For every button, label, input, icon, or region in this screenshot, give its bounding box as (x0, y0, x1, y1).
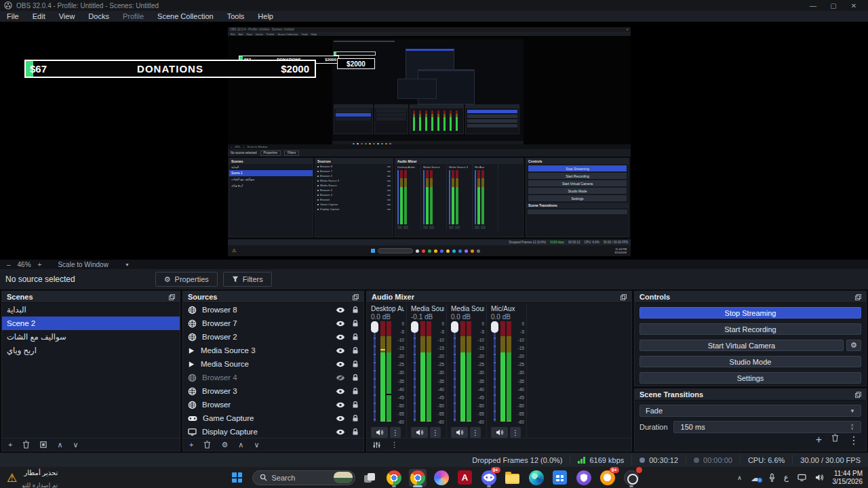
speaker-icon[interactable] (815, 474, 824, 481)
notification-toast[interactable]: ⚠ تحذير أمطار تم إصداره للتو (7, 467, 58, 488)
popout-icon[interactable] (169, 294, 175, 300)
virtual-camera-settings-button[interactable]: ⚙ (846, 340, 861, 351)
visibility-icon[interactable] (336, 388, 345, 394)
remove-transition-button[interactable] (831, 434, 839, 442)
microphone-icon[interactable] (769, 473, 775, 482)
start-virtual-camera-button[interactable]: Start Virtual Camera (639, 340, 844, 351)
duration-input[interactable]: 150 ms ∧∨ (673, 421, 861, 433)
stop-streaming-button[interactable]: Stop Streaming (639, 307, 861, 319)
lock-icon[interactable] (352, 306, 359, 314)
zoom-out-button[interactable]: – (7, 261, 11, 268)
lock-icon[interactable] (352, 373, 359, 382)
popout-icon[interactable] (353, 294, 359, 300)
filters-button[interactable]: Filters (223, 272, 272, 287)
advanced-audio-icon[interactable] (373, 441, 380, 449)
taskbar-app-chat[interactable]: 9+ (599, 469, 616, 487)
visibility-icon[interactable] (336, 321, 345, 327)
volume-slider[interactable] (491, 321, 498, 422)
settings-button[interactable]: Settings (639, 372, 861, 384)
lock-icon[interactable] (352, 401, 359, 409)
taskbar-app-file-explorer[interactable] (504, 469, 521, 487)
source-item[interactable]: Media Source 3 (183, 344, 363, 357)
popout-icon[interactable] (620, 294, 627, 300)
scene-item[interactable]: البداية (2, 303, 180, 317)
add-scene-button[interactable]: + (8, 441, 12, 449)
transition-options-icon[interactable]: ⋮ (848, 434, 859, 447)
volume-slider[interactable] (411, 321, 418, 422)
visibility-icon[interactable] (336, 348, 345, 354)
minimize-button[interactable]: — (803, 2, 823, 9)
taskbar-app-chrome[interactable] (385, 469, 403, 487)
visibility-icon[interactable] (336, 429, 345, 435)
channel-options-icon[interactable]: ⋮ (390, 427, 401, 438)
volume-slider[interactable] (371, 321, 378, 422)
source-properties-button[interactable]: ⚙ (221, 441, 228, 449)
source-item[interactable]: Browser (183, 398, 363, 411)
onedrive-cloud-icon[interactable]: ☁i (751, 472, 760, 483)
popout-icon[interactable] (855, 294, 861, 300)
volume-slider[interactable] (451, 321, 458, 422)
menu-docks[interactable]: Docks (81, 12, 116, 20)
menu-help[interactable]: Help (251, 12, 280, 20)
visibility-icon[interactable] (336, 415, 345, 422)
scale-mode-dropdown-icon[interactable]: ▼ (125, 262, 130, 267)
task-view-button[interactable] (361, 469, 379, 487)
lock-icon[interactable] (352, 428, 359, 436)
close-button[interactable]: ✕ (844, 2, 864, 9)
source-item-hidden[interactable]: Browser 4 (183, 371, 363, 384)
spinner-arrows[interactable]: ∧∨ (851, 424, 854, 430)
properties-button[interactable]: ⚙ Properties (155, 272, 218, 287)
zoom-in-button[interactable]: + (38, 261, 42, 268)
remove-source-button[interactable] (203, 441, 211, 449)
taskbar-app-store[interactable] (551, 469, 569, 487)
clock[interactable]: 11:44 PM 3/15/2026 (833, 470, 863, 486)
lock-icon[interactable] (352, 387, 359, 395)
lock-icon[interactable] (352, 333, 359, 341)
tray-chevron-icon[interactable]: ∧ (737, 474, 742, 481)
scene-item[interactable]: سواليف مع الشات (2, 330, 180, 344)
menu-edit[interactable]: Edit (26, 12, 52, 20)
remove-scene-button[interactable] (22, 441, 30, 449)
transition-select[interactable]: Fade ▼ (639, 405, 861, 417)
menu-scene-collection[interactable]: Scene Collection (151, 12, 220, 20)
move-source-down-button[interactable]: ∨ (254, 441, 259, 449)
source-item[interactable]: Browser 7 (183, 317, 363, 330)
donation-bar-source[interactable]: $67 DONATIONS $2000 (24, 60, 316, 78)
visibility-icon[interactable] (336, 334, 345, 340)
mute-button[interactable] (371, 427, 388, 438)
menu-file[interactable]: File (0, 12, 26, 20)
scene-item-selected[interactable]: Scene 2 (2, 317, 180, 330)
maximize-button[interactable]: ▢ (823, 2, 844, 9)
lock-icon[interactable] (352, 346, 359, 354)
taskbar-app-adobe[interactable]: A (456, 469, 474, 487)
visibility-icon[interactable] (336, 361, 345, 367)
menu-tools[interactable]: Tools (220, 12, 252, 20)
mute-button[interactable] (451, 427, 468, 438)
lock-icon[interactable] (352, 319, 359, 327)
move-source-up-button[interactable]: ∧ (238, 441, 243, 449)
source-item[interactable]: Media Source (183, 357, 363, 371)
source-item[interactable]: Browser 3 (183, 384, 363, 398)
studio-mode-button[interactable]: Studio Mode (639, 356, 861, 367)
scale-mode-label[interactable]: Scale to Window (58, 261, 108, 268)
move-scene-down-button[interactable]: ∨ (73, 441, 79, 449)
scene-item[interactable]: اربح وياي (2, 344, 180, 357)
menu-profile[interactable]: Profile (116, 12, 151, 20)
menu-view[interactable]: View (52, 12, 82, 20)
add-transition-button[interactable]: + (816, 434, 822, 447)
scene-filters-button[interactable] (40, 441, 47, 448)
add-source-button[interactable]: + (189, 441, 193, 449)
channel-options-icon[interactable]: ⋮ (430, 427, 441, 438)
channel-options-icon[interactable]: ⋮ (470, 427, 481, 438)
mixer-options-icon[interactable]: ⋮ (391, 441, 398, 449)
visibility-icon[interactable] (336, 307, 345, 313)
network-icon[interactable] (797, 474, 806, 481)
visibility-icon[interactable] (336, 402, 345, 408)
move-scene-up-button[interactable]: ∧ (57, 441, 62, 449)
language-indicator[interactable]: ع (784, 473, 789, 482)
start-button[interactable] (229, 469, 246, 487)
source-item[interactable]: Browser 2 (183, 330, 363, 344)
lock-icon[interactable] (352, 414, 359, 422)
source-item[interactable]: Game Capture (183, 411, 363, 425)
source-item[interactable]: Display Capture (183, 425, 363, 438)
